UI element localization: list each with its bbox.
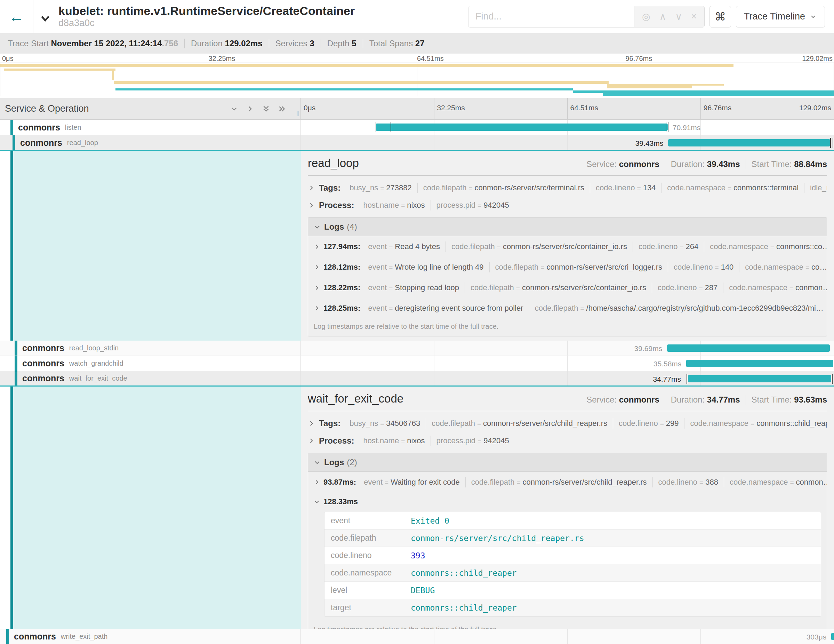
- column-resize-handle[interactable]: ‖: [296, 110, 300, 118]
- minimap-span-bar: [0, 64, 734, 67]
- span-color-stripe: [15, 341, 18, 356]
- span-tick: [666, 122, 666, 132]
- trace-timeline-page: ← kubelet: runtime.v1.RuntimeService/Cre…: [0, 0, 834, 644]
- span-bar[interactable]: [376, 123, 668, 131]
- span-tick: [376, 122, 376, 132]
- span-bar[interactable]: [686, 360, 833, 367]
- trace-duration: Duration 129.02ms: [184, 39, 268, 49]
- span-color-stripe: [13, 135, 15, 150]
- table-row: code.namespaceconmonrs::child_reaper: [325, 564, 821, 582]
- process-row[interactable]: Process: host.name=nixos process.pid=942…: [308, 200, 827, 210]
- span-bar[interactable]: [688, 375, 831, 382]
- service-operation-title: Service & Operation: [5, 104, 89, 114]
- detail-meta: Service: conmonrs Duration: 34.77ms Star…: [581, 395, 827, 405]
- keyboard-shortcuts-button[interactable]: ⌘: [710, 6, 731, 28]
- minimap-tick: 129.02ms: [802, 55, 832, 63]
- find-group: ◎ ∧ ∨ ×: [468, 6, 705, 28]
- log-entry[interactable]: 93.87ms: event=Waiting for exit code cod…: [308, 472, 827, 492]
- logs-header[interactable]: Logs (4): [308, 218, 827, 236]
- locate-icon[interactable]: ◎: [642, 11, 650, 22]
- span-row-read-loop-stdin[interactable]: conmonrs read_loop_stdin 39.69ms: [0, 341, 834, 356]
- chevron-down-icon: [314, 223, 321, 230]
- chevron-right-icon: [308, 437, 315, 444]
- table-row: eventExited 0: [325, 512, 821, 529]
- span-operation: read_loop: [67, 139, 98, 147]
- find-input[interactable]: [469, 6, 634, 27]
- minimap-canvas[interactable]: [0, 63, 834, 96]
- chevron-right-icon: [314, 285, 320, 291]
- table-row: targetconmonrs::child_reaper: [325, 599, 821, 616]
- trace-id: d8a3a0c: [58, 18, 355, 29]
- axis-tick: 0μs: [304, 104, 315, 112]
- log-entry[interactable]: 127.94ms: event=Read 4 bytes code.filepa…: [308, 236, 827, 257]
- span-tick: [687, 374, 687, 384]
- chevron-right-icon: [314, 479, 320, 485]
- back-arrow-icon: ←: [9, 8, 24, 25]
- span-operation: listen: [65, 123, 81, 131]
- span-row-watch-grandchild[interactable]: conmonrs watch_grandchild 35.58ms: [0, 356, 834, 371]
- next-match-icon[interactable]: ∨: [675, 11, 682, 22]
- detail-title: wait_for_exit_code: [308, 392, 403, 405]
- span-row-write-exit-path[interactable]: conmonrs write_exit_path 303μs: [0, 629, 834, 644]
- tags-row[interactable]: Tags: busy_ns=273882 code.filepath=conmo…: [308, 183, 827, 193]
- span-color-stripe: [6, 629, 9, 644]
- collapse-one-icon[interactable]: [230, 104, 239, 113]
- back-button[interactable]: ←: [0, 0, 33, 33]
- expand-one-icon[interactable]: [246, 104, 255, 113]
- minimap-span-bar: [114, 81, 609, 84]
- minimap-axis: 0μs 32.25ms 64.51ms 96.76ms 129.02ms: [0, 53, 834, 63]
- logs-section: Logs (2) 93.87ms: event=Waiting for exit…: [308, 453, 827, 629]
- span-duration-label: 303μs: [781, 633, 826, 641]
- log-fields-table: eventExited 0 code.filepathconmon-rs/ser…: [324, 512, 821, 616]
- log-entry[interactable]: 128.25ms: event=deregistering event sour…: [308, 298, 827, 318]
- span-duration-label: 39.69ms: [617, 345, 662, 353]
- chevron-right-icon: [308, 184, 315, 191]
- minimap-tick: 64.51ms: [417, 55, 444, 63]
- prev-match-icon[interactable]: ∧: [659, 11, 666, 22]
- clear-find-icon[interactable]: ×: [691, 11, 697, 22]
- trace-depth: Depth 5: [321, 39, 363, 49]
- collapse-header-chevron-down-icon[interactable]: [38, 13, 52, 26]
- span-service: conmonrs: [14, 631, 56, 642]
- span-color-stripe: [10, 387, 13, 629]
- process-row[interactable]: Process: host.name=nixos process.pid=942…: [308, 435, 827, 446]
- chevron-right-icon: [314, 264, 320, 270]
- trace-titles: kubelet: runtime.v1.RuntimeService/Creat…: [58, 5, 355, 29]
- log-entry[interactable]: 128.12ms: event=Wrote log line of length…: [308, 257, 827, 277]
- span-row-listen[interactable]: conmonrs listen 70.91ms: [0, 120, 834, 135]
- span-row-wait-for-exit-code[interactable]: conmonrs wait_for_exit_code 34.77ms: [0, 371, 834, 387]
- minimap-span-bar: [607, 86, 692, 88]
- log-entry[interactable]: 128.22ms: event=Stopping read loop code.…: [308, 277, 827, 298]
- command-icon: ⌘: [715, 10, 726, 23]
- find-tools: ◎ ∧ ∨ ×: [634, 6, 704, 27]
- trace-title: kubelet: runtime.v1.RuntimeService/Creat…: [58, 5, 355, 18]
- table-row: levelDEBUG: [325, 582, 821, 599]
- span-detail-wait-for-exit-code: wait_for_exit_code Service: conmonrs Dur…: [0, 387, 834, 629]
- page-header: ← kubelet: runtime.v1.RuntimeService/Cre…: [0, 0, 834, 33]
- detail-gutter: [0, 387, 301, 629]
- span-detail-read-loop: read_loop Service: conmonrs Duration: 39…: [0, 151, 834, 341]
- collapse-all-icon[interactable]: [262, 104, 271, 113]
- chevron-right-icon: [308, 202, 315, 209]
- detail-pane: read_loop Service: conmonrs Duration: 39…: [301, 151, 834, 341]
- span-duration-label: 35.58ms: [636, 360, 681, 368]
- table-row: code.lineno393: [325, 547, 821, 564]
- trace-view-selector[interactable]: Trace Timeline: [736, 6, 825, 28]
- minimap-span-bar: [4, 68, 115, 71]
- span-service: conmonrs: [22, 373, 64, 383]
- trace-services: Services 3: [269, 39, 321, 49]
- span-bar[interactable]: [831, 633, 834, 640]
- expand-all-icon[interactable]: [278, 104, 286, 113]
- span-service: conmonrs: [20, 138, 62, 148]
- header-actions: ◎ ∧ ∨ × ⌘ Trace Timeline: [468, 6, 834, 28]
- span-bar[interactable]: [667, 345, 830, 352]
- span-bar[interactable]: [668, 139, 830, 146]
- trace-summary-bar: Trace Start November 15 2022, 11:24:14.7…: [0, 33, 834, 53]
- span-row-read-loop[interactable]: conmonrs read_loop 39.43ms: [0, 135, 834, 151]
- tags-row[interactable]: Tags: busy_ns=34506763 code.filepath=con…: [308, 418, 827, 429]
- logs-header[interactable]: Logs (2): [308, 453, 827, 472]
- trace-total-spans: Total Spans 27: [363, 39, 431, 49]
- expanded-log-entry[interactable]: 128.33ms: [308, 492, 827, 510]
- span-tick: [830, 138, 831, 148]
- span-operation: read_loop_stdin: [69, 344, 119, 352]
